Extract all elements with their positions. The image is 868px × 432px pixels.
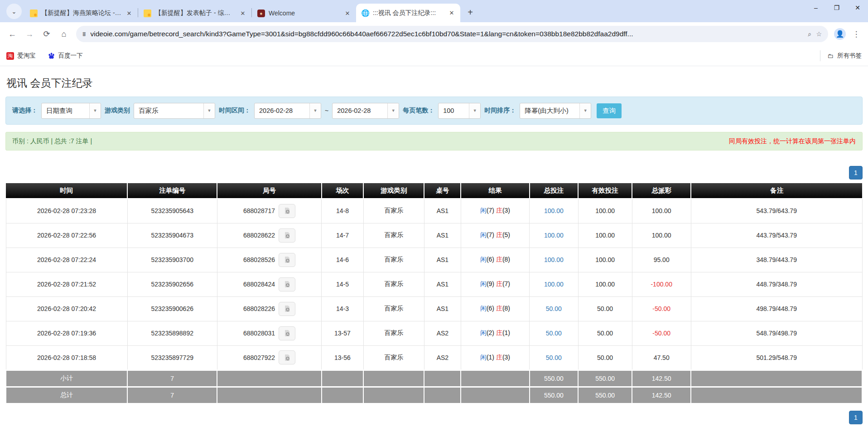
profile-avatar-icon[interactable]: 👤 (833, 27, 847, 41)
date-to-select[interactable]: 2026-02-28 ▼ (332, 103, 399, 119)
chevron-down-icon[interactable]: ▼ (387, 103, 399, 118)
spade-favicon: ♠ (257, 10, 265, 17)
table-row: 2026-02-28 07:19:36 523235898892 6880280… (6, 321, 862, 345)
cell-total-bet[interactable]: 100.00 (530, 223, 579, 248)
tab-forum-2[interactable]: 【新提醒】发表帖子 - 综合交流 ✕ (138, 4, 251, 22)
window-close-button[interactable]: ✕ (847, 0, 868, 15)
video-replay-icon[interactable] (279, 228, 295, 243)
cell-valid-bet: 50.00 (578, 321, 632, 345)
cell-total-bet[interactable]: 50.00 (530, 321, 579, 345)
subtotal-valid-bet: 550.00 (578, 370, 632, 387)
chevron-down-icon[interactable]: ▼ (89, 103, 101, 118)
back-icon[interactable]: ← (5, 26, 20, 42)
per-page-label: 每页笔数： (403, 107, 434, 115)
cell-session: 14-8 (322, 199, 364, 223)
video-replay-icon[interactable] (279, 350, 295, 364)
tab-welcome[interactable]: ♠ Welcome ✕ (252, 4, 356, 22)
subtotal-payout: 142.50 (632, 370, 691, 387)
result-player-num: (7) (487, 207, 494, 214)
tab-bet-records-active[interactable]: 🌐 :::视讯 会员下注纪录::: ✕ (356, 4, 460, 22)
video-replay-icon[interactable] (279, 204, 295, 218)
query-button[interactable]: 查询 (597, 103, 622, 118)
pagination-top: 1 (5, 166, 863, 180)
result-player: 闲 (480, 305, 487, 312)
query-type-select[interactable]: 日期查询 ▼ (41, 103, 101, 119)
cell-time: 2026-02-28 07:22:56 (6, 223, 127, 248)
window-controls: – ❐ ✕ (805, 0, 868, 15)
reload-icon[interactable]: ⟳ (39, 26, 54, 42)
zoom-icon[interactable]: ⌕ (808, 30, 812, 38)
cell-table-no: AS2 (424, 321, 461, 345)
cell-total-bet[interactable]: 50.00 (530, 345, 579, 370)
tab-forum-1[interactable]: 【新提醒】海燕策略论坛 - 综合 ✕ (24, 4, 138, 22)
video-replay-icon[interactable] (279, 253, 295, 267)
cell-table-no: AS1 (424, 223, 461, 248)
result-banker: 庄 (496, 231, 502, 238)
cell-total-bet[interactable]: 100.00 (530, 272, 579, 296)
tab-close-icon[interactable]: ✕ (343, 9, 352, 17)
cell-bet-id: 523235897729 (127, 345, 217, 370)
total-count: 7 (127, 387, 217, 403)
tab-search-chevron-icon[interactable]: ⌄ (6, 4, 22, 19)
cell-total-bet[interactable]: 50.00 (530, 296, 579, 321)
cell-table-no: AS2 (424, 345, 461, 370)
video-replay-icon[interactable] (279, 302, 295, 316)
result-banker-num: (7) (502, 280, 510, 287)
url-text[interactable]: videoie.com/game/betrecord_search/kind3?… (90, 30, 803, 38)
bookmark-baidu[interactable]: 百度一下 (48, 52, 83, 60)
cell-session: 14-7 (322, 223, 364, 248)
cell-bet-id: 523235898892 (127, 321, 217, 345)
select-type-label: 请选择： (12, 107, 38, 115)
address-bar[interactable]: ⩩ videoie.com/game/betrecord_search/kind… (76, 26, 828, 42)
site-settings-icon[interactable]: ⩩ (82, 30, 86, 38)
taobao-icon: 淘 (6, 52, 14, 60)
window-restore-button[interactable]: ❐ (826, 0, 847, 15)
result-player-num: (1) (487, 354, 494, 361)
header-total-bet: 总投注 (530, 183, 579, 199)
cell-total-bet[interactable]: 100.00 (530, 248, 579, 272)
summary-bar: 币别 : 人民币 | 总共 :7 注单 | 同局有效投注，统一计算在该局第一张注… (5, 132, 863, 150)
home-icon[interactable]: ⌂ (56, 26, 72, 42)
browser-menu-icon[interactable]: ⋮ (849, 27, 863, 41)
window-minimize-button[interactable]: – (805, 0, 826, 15)
chevron-down-icon[interactable]: ▼ (309, 103, 321, 118)
per-page-select[interactable]: 100 ▼ (438, 103, 481, 119)
table-row: 2026-02-28 07:21:52 523235902656 6880284… (6, 272, 862, 296)
forward-icon[interactable]: → (22, 26, 37, 42)
page-1-button[interactable]: 1 (849, 166, 863, 180)
chevron-down-icon[interactable]: ▼ (579, 103, 591, 118)
chevron-down-icon[interactable]: ▼ (469, 103, 480, 118)
page-1-button[interactable]: 1 (849, 411, 863, 424)
bookmark-taobao[interactable]: 淘 爱淘宝 (6, 52, 36, 60)
bookmark-star-icon[interactable]: ☆ (816, 30, 822, 38)
tab-close-icon[interactable]: ✕ (239, 9, 247, 17)
cell-game-type: 百家乐 (363, 223, 424, 248)
cell-payout: 95.00 (632, 248, 691, 272)
new-tab-button[interactable]: + (464, 6, 477, 19)
cell-total-bet[interactable]: 100.00 (530, 199, 579, 223)
cell-game-type: 百家乐 (363, 321, 424, 345)
tab-close-icon[interactable]: ✕ (448, 9, 456, 17)
date-from-select[interactable]: 2026-02-28 ▼ (254, 103, 321, 119)
cell-round: 688028526 (243, 256, 275, 263)
chevron-down-icon[interactable]: ▼ (203, 103, 215, 118)
cell-result: 闲(6) 庄(8) (461, 296, 529, 321)
pagination-bottom: 1 (5, 411, 863, 424)
result-banker-num: (3) (502, 207, 510, 214)
game-type-value: 百家乐 (134, 107, 203, 115)
result-player-num: (6) (487, 256, 494, 263)
video-replay-icon[interactable] (279, 277, 295, 291)
result-banker-num: (3) (502, 354, 510, 361)
folder-icon: 🗀 (828, 53, 834, 59)
result-banker: 庄 (496, 280, 502, 287)
result-banker-num: (8) (502, 305, 510, 312)
header-result: 结果 (461, 183, 529, 199)
tab-close-icon[interactable]: ✕ (125, 9, 133, 17)
sort-select[interactable]: 降幂(由大到小) ▼ (520, 103, 591, 119)
video-replay-icon[interactable] (279, 326, 295, 340)
cell-bet-id: 523235900626 (127, 296, 217, 321)
game-type-select[interactable]: 百家乐 ▼ (134, 103, 215, 119)
all-bookmarks[interactable]: 🗀 所有书签 (820, 50, 862, 61)
cell-result: 闲(9) 庄(7) (461, 272, 529, 296)
cell-payout: -50.00 (632, 321, 691, 345)
